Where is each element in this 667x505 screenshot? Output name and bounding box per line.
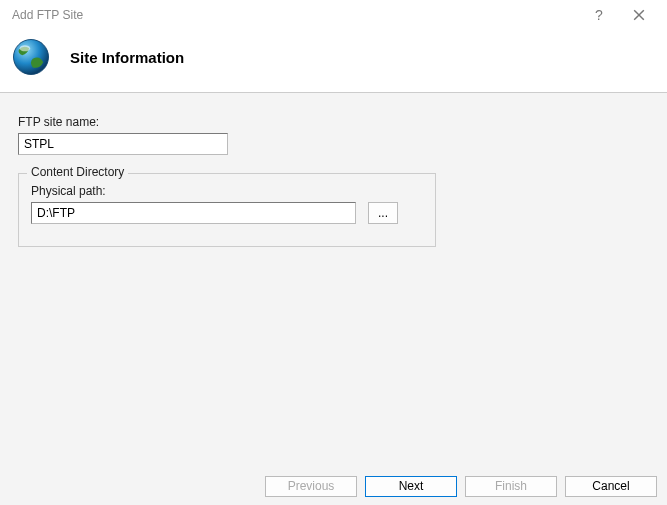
previous-button: Previous [265,476,357,497]
site-name-input[interactable] [18,133,228,155]
content-area: FTP site name: Content Directory Physica… [0,93,667,477]
wizard-footer: Previous Next Finish Cancel [0,475,667,505]
help-icon: ? [595,7,603,23]
site-name-label: FTP site name: [18,115,649,129]
svg-point-3 [20,45,31,51]
next-button[interactable]: Next [365,476,457,497]
titlebar: Add FTP Site ? [0,0,667,30]
finish-button-label: Finish [495,479,527,493]
globe-icon [10,36,52,78]
cancel-button-label: Cancel [592,479,629,493]
content-directory-group: Content Directory Physical path: ... [18,173,436,247]
help-button[interactable]: ? [579,1,619,29]
cancel-button[interactable]: Cancel [565,476,657,497]
close-button[interactable] [619,1,659,29]
browse-button-label: ... [378,206,388,220]
close-icon [633,9,645,21]
page-title: Site Information [70,49,184,66]
next-button-label: Next [399,479,424,493]
physical-path-label: Physical path: [31,184,423,198]
physical-path-row: ... [31,202,423,224]
browse-button[interactable]: ... [368,202,398,224]
window-title: Add FTP Site [12,8,579,22]
wizard-header: Site Information [0,30,667,92]
physical-path-input[interactable] [31,202,356,224]
svg-point-2 [14,40,49,75]
content-directory-legend: Content Directory [27,165,128,179]
previous-button-label: Previous [288,479,335,493]
finish-button: Finish [465,476,557,497]
